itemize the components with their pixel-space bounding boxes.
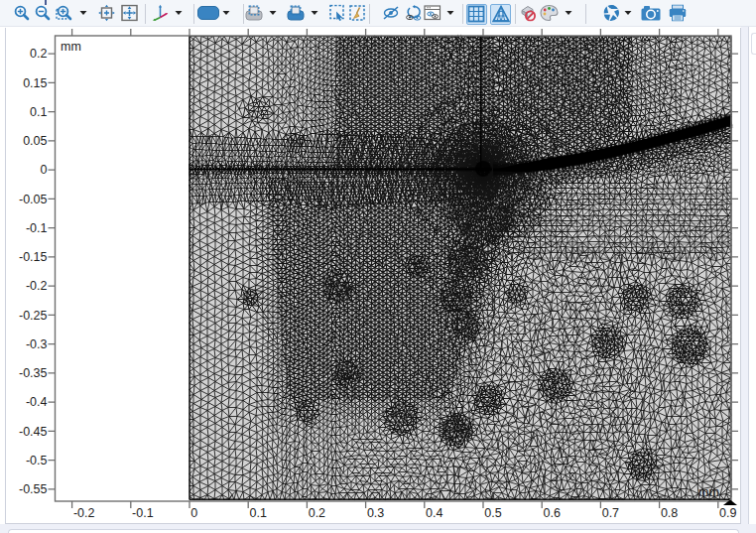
svg-text:-0.05: -0.05 [19, 193, 48, 206]
svg-text:-0.55: -0.55 [19, 482, 48, 496]
svg-text:-0.1: -0.1 [132, 506, 154, 520]
svg-text:0.2: 0.2 [309, 506, 325, 520]
svg-text:0.2: 0.2 [30, 47, 47, 61]
svg-text:0.1: 0.1 [30, 105, 47, 119]
svg-text:0.05: 0.05 [23, 134, 47, 148]
svg-text:0.6: 0.6 [544, 506, 561, 520]
svg-text:-0.15: -0.15 [19, 250, 48, 264]
svg-text:-0.5: -0.5 [26, 454, 48, 467]
svg-text:0.4: 0.4 [426, 506, 442, 520]
svg-text:mm: mm [698, 485, 719, 499]
svg-text:0: 0 [41, 163, 48, 177]
svg-text:-0.25: -0.25 [19, 309, 48, 323]
svg-text:0: 0 [190, 506, 197, 520]
svg-text:mm: mm [61, 40, 81, 54]
svg-text:0.5: 0.5 [484, 506, 501, 520]
svg-text:-0.35: -0.35 [19, 366, 48, 380]
svg-text:-0.1: -0.1 [26, 221, 48, 235]
svg-text:-0.3: -0.3 [26, 337, 48, 351]
svg-text:0.9: 0.9 [719, 506, 736, 520]
svg-text:-0.2: -0.2 [73, 506, 95, 520]
svg-text:0.7: 0.7 [602, 506, 619, 520]
svg-text:-0.2: -0.2 [26, 279, 48, 293]
svg-text:0.1: 0.1 [250, 506, 267, 520]
svg-text:0.15: 0.15 [23, 76, 47, 90]
svg-text:0.8: 0.8 [661, 506, 678, 520]
svg-text:-0.45: -0.45 [19, 425, 48, 439]
svg-text:0.3: 0.3 [367, 506, 384, 520]
svg-text:-0.4: -0.4 [26, 395, 48, 409]
